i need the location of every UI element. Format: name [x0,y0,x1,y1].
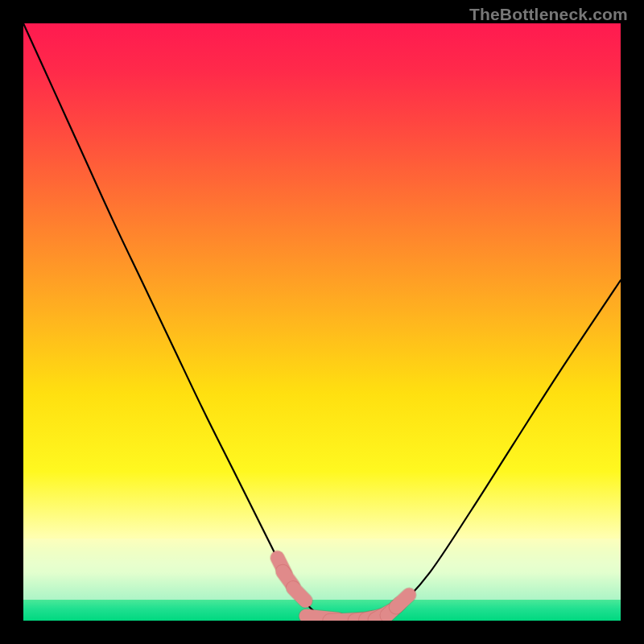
chart-frame: TheBottleneck.com [0,0,644,644]
watermark-text: TheBottleneck.com [469,5,628,24]
curve-layer [23,23,621,621]
plot-area [23,23,621,621]
bottleneck-curve [23,23,621,621]
marker-capsule [293,588,305,601]
highlight-markers [278,558,410,621]
marker-capsule [396,595,409,607]
